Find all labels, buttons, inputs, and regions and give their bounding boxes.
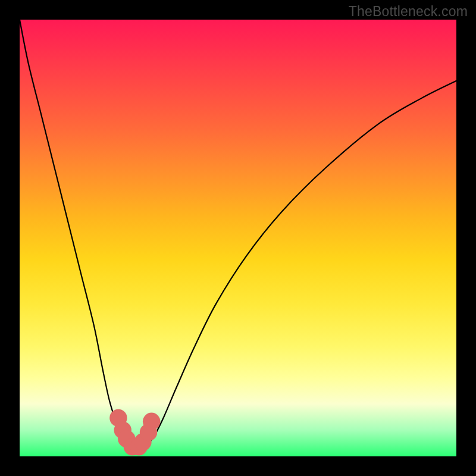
- curve-left-branch: [20, 20, 128, 446]
- valley-marker-dot: [143, 413, 160, 430]
- curve-right-branch: [144, 81, 456, 446]
- valley-markers: [109, 409, 160, 456]
- chart-frame: TheBottleneck.com: [0, 0, 476, 476]
- plot-area: [20, 20, 456, 456]
- curve-layer: [20, 20, 456, 456]
- watermark-text: TheBottleneck.com: [349, 4, 468, 20]
